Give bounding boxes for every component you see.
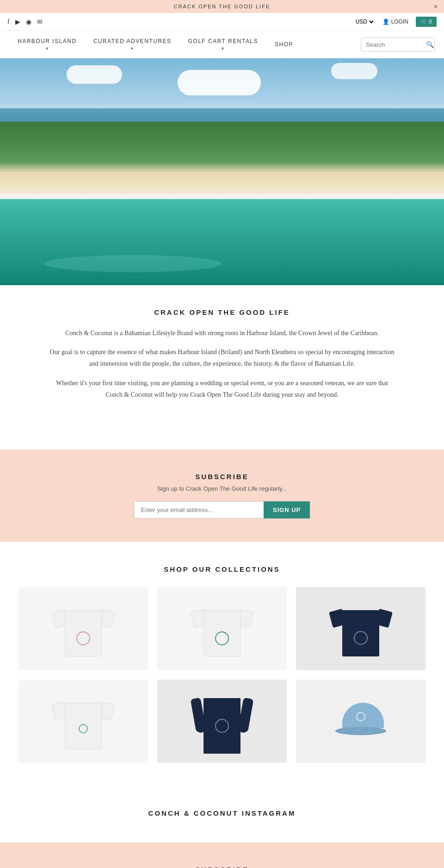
tshirt-body xyxy=(65,610,102,656)
tshirt-logo xyxy=(215,631,229,645)
hat-logo xyxy=(356,712,365,721)
email-icon[interactable]: ✉ xyxy=(37,18,43,26)
nav-curated-adventures-label: CURATED ADVENTURES xyxy=(93,38,172,44)
email-input[interactable] xyxy=(134,501,264,518)
tshirt-navy xyxy=(338,601,384,656)
hat-brim xyxy=(335,727,386,735)
hero-scene xyxy=(0,58,444,285)
signup-button[interactable]: SIGN UP xyxy=(264,501,310,518)
currency-selector[interactable]: USD xyxy=(354,18,375,25)
login-label: LOGIN xyxy=(391,19,408,25)
collection-item-navy-longsleeve[interactable] xyxy=(157,680,287,763)
ocean-near xyxy=(0,199,444,285)
intro-paragraph-2: Our goal is to capture the essence of wh… xyxy=(49,346,395,369)
tshirt-body xyxy=(65,703,102,749)
login-button[interactable]: 👤 LOGIN xyxy=(382,19,408,25)
navigation: HARBOUR ISLAND ▾ CURATED ADVENTURES ▾ GO… xyxy=(0,31,444,58)
tshirt-white-2 xyxy=(199,601,245,656)
facebook-icon[interactable]: f xyxy=(7,18,10,25)
search-box: 🔍 xyxy=(361,37,435,51)
nav-golf-cart-rentals[interactable]: GOLF CART RENTALS ▾ xyxy=(179,38,266,51)
subscribe-form: SIGN UP xyxy=(9,501,435,518)
tshirt-logo xyxy=(354,631,368,645)
collections-section: SHOP OUR COLLECTIONS xyxy=(0,542,444,786)
chevron-down-icon: ▾ xyxy=(46,46,49,51)
collection-item-white-tshirt-2[interactable] xyxy=(157,587,287,670)
collection-item-white-tshirt-3[interactable] xyxy=(18,680,148,763)
youtube-icon[interactable]: ▶ xyxy=(15,18,20,26)
login-icon: 👤 xyxy=(382,19,389,25)
search-input[interactable] xyxy=(366,41,426,48)
instagram-section: CONCH & COCONUT INSTAGRAM xyxy=(0,786,444,842)
tshirt-longsleeve-navy xyxy=(199,689,245,754)
cloud-1 xyxy=(67,65,122,84)
tshirt-logo xyxy=(215,719,229,733)
cart-count: 0 xyxy=(429,19,432,25)
chevron-down-icon: ▾ xyxy=(222,46,225,51)
bottom-subscribe-section: SUBSCRIBE Sign up to Crack Open The Good… xyxy=(0,843,444,868)
collections-grid xyxy=(18,587,426,763)
top-banner: CRACK OPEN THE GOOD LIFE × xyxy=(0,0,444,13)
collection-item-blue-hat[interactable] xyxy=(296,680,426,763)
nav-harbour-island-label: HARBOUR ISLAND xyxy=(18,38,77,44)
nav-shop[interactable]: SHOP xyxy=(266,41,302,48)
intro-paragraph-3: Whether it's your first time visiting, y… xyxy=(49,377,395,400)
collections-title: SHOP OUR COLLECTIONS xyxy=(18,565,426,573)
collection-item-navy-tshirt[interactable] xyxy=(296,587,426,670)
land-layer xyxy=(0,122,444,179)
close-banner-button[interactable]: × xyxy=(434,3,438,10)
tshirt-body xyxy=(204,698,240,754)
cart-button[interactable]: 🛒 0 xyxy=(416,17,437,27)
ocean-highlight xyxy=(44,255,222,272)
collection-item-white-tshirt-1[interactable] xyxy=(18,587,148,670)
subscribe-subtitle: Sign up to Crack Open The Good Life regu… xyxy=(9,485,435,492)
nav-harbour-island[interactable]: HARBOUR ISLAND ▾ xyxy=(9,38,85,51)
tshirt-white-3 xyxy=(60,693,106,749)
intro-section: CRACK OPEN THE GOOD LIFE Conch & Coconut… xyxy=(0,285,444,431)
nav-golf-cart-rentals-label: GOLF CART RENTALS xyxy=(188,38,258,44)
cloud-3 xyxy=(331,63,377,79)
tshirt-logo xyxy=(76,631,90,645)
search-button[interactable]: 🔍 xyxy=(426,41,434,48)
instagram-title: CONCH & COCONUT INSTAGRAM xyxy=(18,809,426,817)
nav-curated-adventures[interactable]: CURATED ADVENTURES ▾ xyxy=(85,38,180,51)
banner-text: CRACK OPEN THE GOOD LIFE xyxy=(174,4,271,9)
tshirt-body xyxy=(342,610,379,656)
subscribe-title: SUBSCRIBE xyxy=(9,473,435,481)
social-links: f ▶ ◉ ✉ xyxy=(7,18,43,26)
tshirt-body xyxy=(204,610,240,656)
nav-shop-label: SHOP xyxy=(275,41,293,48)
tshirt-logo xyxy=(79,724,88,733)
cart-icon: 🛒 xyxy=(420,19,427,25)
hat-blue xyxy=(335,703,386,740)
tshirt-white-1 xyxy=(60,601,106,656)
top-bar: f ▶ ◉ ✉ USD 👤 LOGIN 🛒 0 xyxy=(0,13,444,31)
top-bar-right: USD 👤 LOGIN 🛒 0 xyxy=(354,17,437,27)
hero-image xyxy=(0,58,444,285)
nav-links: HARBOUR ISLAND ▾ CURATED ADVENTURES ▾ GO… xyxy=(9,38,302,51)
instagram-icon[interactable]: ◉ xyxy=(26,18,31,26)
subscribe-section: SUBSCRIBE Sign up to Crack Open The Good… xyxy=(0,450,444,542)
cloud-2 xyxy=(178,70,261,95)
chevron-down-icon: ▾ xyxy=(131,46,134,51)
bottom-subscribe-title: SUBSCRIBE xyxy=(9,866,435,868)
intro-paragraph-1: Conch & Coconut is a Bahamian Lifestyle … xyxy=(49,327,395,339)
intro-title: CRACK OPEN THE GOOD LIFE xyxy=(37,308,407,316)
